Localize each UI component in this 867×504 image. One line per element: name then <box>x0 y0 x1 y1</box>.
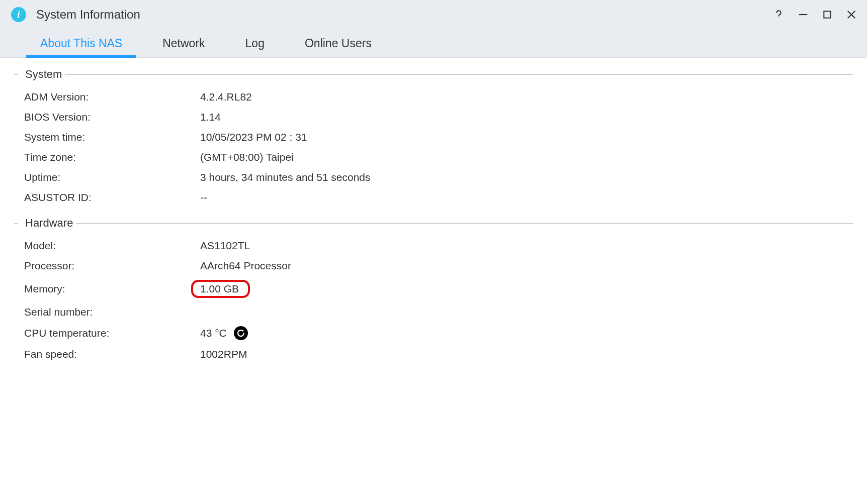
label-fan-speed: Fan speed: <box>24 348 200 360</box>
row-processor: Processor: AArch64 Processor <box>14 256 853 276</box>
value-asustor-id: -- <box>200 191 853 204</box>
content-panel: System ADM Version: 4.2.4.RL82 BIOS Vers… <box>0 58 867 504</box>
cpu-temperature-text: 43 °C <box>200 327 227 339</box>
memory-highlight: 1.00 GB <box>191 280 250 298</box>
tab-network[interactable]: Network <box>142 37 225 57</box>
row-fan-speed: Fan speed: 1002RPM <box>14 344 853 364</box>
row-memory: Memory: 1.00 GB <box>14 276 853 302</box>
section-system: System ADM Version: 4.2.4.RL82 BIOS Vers… <box>14 68 853 208</box>
row-bios-version: BIOS Version: 1.14 <box>14 107 853 127</box>
row-model: Model: AS1102TL <box>14 236 853 256</box>
divider-line <box>76 223 853 224</box>
value-processor: AArch64 Processor <box>200 260 853 272</box>
system-information-window: i System Information About This NAS Netw… <box>0 0 867 504</box>
label-time-zone: Time zone: <box>24 151 200 163</box>
maximize-button[interactable] <box>821 8 834 21</box>
label-model: Model: <box>24 240 200 252</box>
row-cpu-temperature: CPU temperature: 43 °C <box>14 322 853 344</box>
section-hardware: Hardware Model: AS1102TL Processor: AArc… <box>14 217 853 364</box>
label-serial-number: Serial number: <box>24 306 200 318</box>
value-bios-version: 1.14 <box>200 111 853 123</box>
section-header-system: System <box>14 68 853 81</box>
tab-online-users[interactable]: Online Users <box>285 37 392 57</box>
value-adm-version: 4.2.4.RL82 <box>200 91 853 103</box>
close-button[interactable] <box>845 8 858 21</box>
value-cpu-temperature: 43 °C <box>200 326 853 340</box>
value-time-zone: (GMT+08:00) Taipei <box>200 151 853 163</box>
tab-bar: About This NAS Network Log Online Users <box>0 29 867 58</box>
titlebar: i System Information <box>0 0 867 29</box>
value-fan-speed: 1002RPM <box>200 348 853 360</box>
label-cpu-temperature: CPU temperature: <box>24 327 200 339</box>
row-uptime: Uptime: 3 hours, 34 minutes and 51 secon… <box>14 167 853 187</box>
value-uptime: 3 hours, 34 minutes and 51 seconds <box>200 171 853 183</box>
divider-line <box>14 74 18 75</box>
tab-log[interactable]: Log <box>225 37 285 57</box>
refresh-icon[interactable] <box>234 326 248 340</box>
tab-about-this-nas[interactable]: About This NAS <box>20 37 142 57</box>
divider-line <box>65 74 853 75</box>
label-bios-version: BIOS Version: <box>24 111 200 123</box>
minimize-button[interactable] <box>797 8 810 21</box>
label-processor: Processor: <box>24 260 200 272</box>
label-uptime: Uptime: <box>24 171 200 183</box>
section-title-system: System <box>18 68 65 81</box>
label-adm-version: ADM Version: <box>24 91 200 103</box>
window-controls <box>772 8 858 21</box>
value-memory: 1.00 GB <box>200 280 853 298</box>
row-system-time: System time: 10/05/2023 PM 02 : 31 <box>14 127 853 147</box>
section-title-hardware: Hardware <box>18 217 76 230</box>
memory-value-text: 1.00 GB <box>200 283 239 294</box>
help-button[interactable] <box>772 8 786 21</box>
row-adm-version: ADM Version: 4.2.4.RL82 <box>14 87 853 107</box>
label-memory: Memory: <box>24 283 200 295</box>
window-title: System Information <box>36 8 772 22</box>
svg-rect-1 <box>824 11 830 18</box>
row-serial-number: Serial number: <box>14 302 853 322</box>
value-model: AS1102TL <box>200 240 853 252</box>
section-header-hardware: Hardware <box>14 217 853 230</box>
label-system-time: System time: <box>24 131 200 143</box>
info-icon: i <box>11 7 26 22</box>
label-asustor-id: ASUSTOR ID: <box>24 191 200 204</box>
value-system-time: 10/05/2023 PM 02 : 31 <box>200 131 853 143</box>
row-time-zone: Time zone: (GMT+08:00) Taipei <box>14 147 853 167</box>
row-asustor-id: ASUSTOR ID: -- <box>14 187 853 208</box>
divider-line <box>14 223 18 224</box>
